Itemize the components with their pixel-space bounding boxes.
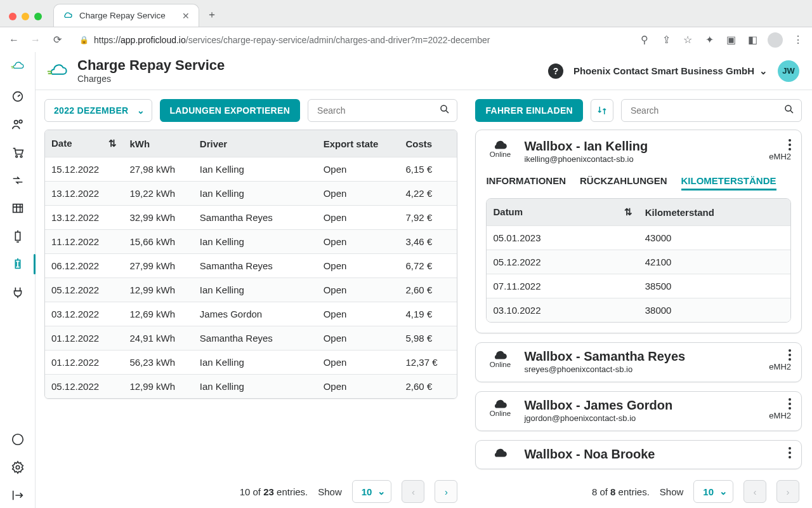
table-row[interactable]: 05.12.202212,99 kWhIan KellingOpen2,60 € [45, 375, 457, 399]
chevron-down-icon: ⌄ [759, 65, 768, 77]
org-name: Phoenix Contact Smart Business GmbH [573, 65, 754, 76]
table-row[interactable]: 05.01.202343000 [487, 226, 790, 250]
next-page-button[interactable]: › [435, 480, 457, 503]
rail-plug-icon[interactable] [5, 279, 30, 305]
rail-cart-icon[interactable] [5, 140, 30, 165]
menu-icon[interactable]: ⋮ [792, 34, 804, 46]
svg-point-9 [16, 465, 20, 469]
show-label: Show [318, 486, 342, 497]
user-avatar[interactable]: JW [778, 60, 799, 82]
reload-icon[interactable]: ⟳ [51, 34, 63, 46]
table-row[interactable]: 01.12.202256,23 kWhIan KellingOpen12,37 … [45, 351, 457, 375]
show-label: Show [660, 486, 684, 497]
cast-icon[interactable]: ▣ [724, 34, 737, 46]
month-select[interactable]: 2022 DEZEMBER ⌄ [44, 99, 152, 122]
table-row[interactable]: 13.12.202232,99 kWhSamantha ReyesOpen7,9… [45, 206, 457, 230]
search-charges[interactable] [308, 99, 457, 122]
browser-tab[interactable]: Charge Repay Service ✕ [53, 4, 199, 27]
back-icon[interactable]: ← [8, 34, 20, 46]
rail-settings-icon[interactable] [5, 455, 30, 480]
wallbox-card-brooke[interactable]: Wallbox - Noa Brooke [475, 440, 802, 469]
rail-charger-icon[interactable] [5, 224, 30, 249]
wallbox-card-reyes[interactable]: Online Wallbox - Samantha Reyessreyes@ph… [475, 342, 802, 382]
wallbox-title: Wallbox - Samantha Reyes [524, 349, 685, 363]
col-date[interactable]: Date [51, 138, 72, 149]
svg-rect-5 [13, 204, 22, 213]
rail-dashboard-icon[interactable] [5, 84, 30, 109]
table-row[interactable]: 05.12.202212,99 kWhIan KellingOpen2,60 € [45, 278, 457, 302]
rail-table-icon[interactable] [5, 196, 30, 221]
svg-point-3 [15, 156, 17, 157]
sidepanel-icon[interactable]: ◧ [746, 34, 759, 46]
svg-point-8 [12, 434, 23, 445]
help-icon[interactable]: ? [548, 64, 563, 79]
star-icon[interactable]: ☆ [681, 34, 694, 46]
rail-users-icon[interactable] [5, 112, 30, 137]
svg-rect-6 [15, 232, 20, 241]
kebab-icon[interactable] [786, 137, 794, 153]
tab-information[interactable]: INFORMATIONEN [486, 175, 566, 190]
prev-page-button[interactable]: ‹ [402, 480, 424, 503]
new-tab-button[interactable]: ＋ [204, 8, 219, 27]
maximize-window-icon[interactable] [34, 13, 42, 20]
tab-repayments[interactable]: RÜCKZAHLUNGEN [580, 175, 667, 190]
col-costs[interactable]: Costs [406, 138, 433, 149]
search-input[interactable] [629, 105, 778, 116]
svg-point-2 [19, 120, 22, 123]
col-km[interactable]: Kilometerstand [645, 207, 714, 218]
minimize-window-icon[interactable] [22, 13, 29, 20]
rail-transfer-icon[interactable] [5, 168, 30, 193]
table-row[interactable]: 03.10.202238000 [487, 298, 790, 323]
sort-icon[interactable]: ⇅ [624, 206, 632, 218]
close-window-icon[interactable] [9, 13, 16, 20]
export-button[interactable]: LADUNGEN EXPORTIEREN [160, 99, 301, 122]
col-kwh[interactable]: kWh [129, 138, 150, 149]
sort-icon[interactable]: ⇅ [108, 138, 117, 149]
table-row[interactable]: 06.12.202227,99 kWhSamantha ReyesOpen6,7… [45, 254, 457, 278]
sort-button[interactable] [591, 99, 613, 122]
search-drivers[interactable] [621, 99, 802, 122]
tab-odometer[interactable]: KILOMETERSTÄNDE [681, 175, 776, 190]
wallbox-title: Wallbox - Ian Kelling [524, 139, 648, 153]
next-page-button[interactable]: › [776, 480, 799, 503]
table-row[interactable]: 01.12.202224,91 kWhSamantha ReyesOpen5,9… [45, 326, 457, 351]
col-datum[interactable]: Datum [493, 206, 523, 217]
search-input[interactable] [316, 105, 434, 116]
extensions-icon[interactable]: ✦ [703, 34, 716, 46]
kebab-icon[interactable] [786, 347, 794, 363]
table-row[interactable]: 07.11.202238500 [487, 274, 790, 298]
kebab-icon[interactable] [786, 444, 794, 461]
svg-point-10 [441, 105, 447, 111]
page-size-select-right[interactable]: 10⌄ [693, 480, 733, 503]
col-driver[interactable]: Driver [200, 138, 227, 149]
status-text: Online [490, 150, 511, 158]
rail-logout-icon[interactable] [5, 483, 30, 508]
close-tab-icon[interactable]: ✕ [182, 11, 190, 21]
window-controls[interactable] [5, 13, 48, 27]
rail-battery-icon[interactable] [5, 251, 30, 277]
forward-icon[interactable]: → [29, 34, 42, 46]
nav-rail [0, 52, 36, 508]
table-row[interactable]: 15.12.202227,98 kWhIan KellingOpen6,15 € [45, 157, 457, 182]
wallbox-mail: ikelling@phoenixcontact-sb.io [524, 154, 648, 164]
invite-driver-button[interactable]: FAHRER EINLADEN [475, 99, 583, 122]
rail-info-icon[interactable] [5, 427, 30, 452]
zoom-icon[interactable]: ⚲ [638, 34, 651, 46]
table-row[interactable]: 03.12.202212,69 kWhJames GordonOpen4,19 … [45, 302, 457, 326]
browser-profile-avatar[interactable] [768, 32, 783, 48]
app-logo[interactable] [11, 58, 25, 75]
table-row[interactable]: 11.12.202215,66 kWhIan KellingOpen3,46 € [45, 230, 457, 254]
org-selector[interactable]: Phoenix Contact Smart Business GmbH ⌄ [573, 65, 768, 77]
prev-page-button[interactable]: ‹ [743, 480, 766, 503]
wallbox-card-gordon[interactable]: Online Wallbox - James Gordonjgordon@pho… [475, 391, 802, 431]
url-host: app.proficloud.io [121, 35, 186, 45]
page-size-select-left[interactable]: 10⌄ [352, 480, 392, 503]
kebab-icon[interactable] [786, 396, 794, 412]
address-bar[interactable]: 🔒 https://app.proficloud.io/services/cha… [72, 31, 629, 49]
col-export[interactable]: Export state [324, 138, 379, 149]
table-row[interactable]: 05.12.202242100 [487, 250, 790, 274]
wallbox-card-kelling[interactable]: Online Wallbox - Ian Kelling ikelling@ph… [475, 130, 802, 333]
share-icon[interactable]: ⇪ [660, 34, 672, 46]
table-row[interactable]: 13.12.202219,22 kWhIan KellingOpen4,22 € [45, 182, 457, 206]
status-icon: Online [486, 139, 514, 158]
